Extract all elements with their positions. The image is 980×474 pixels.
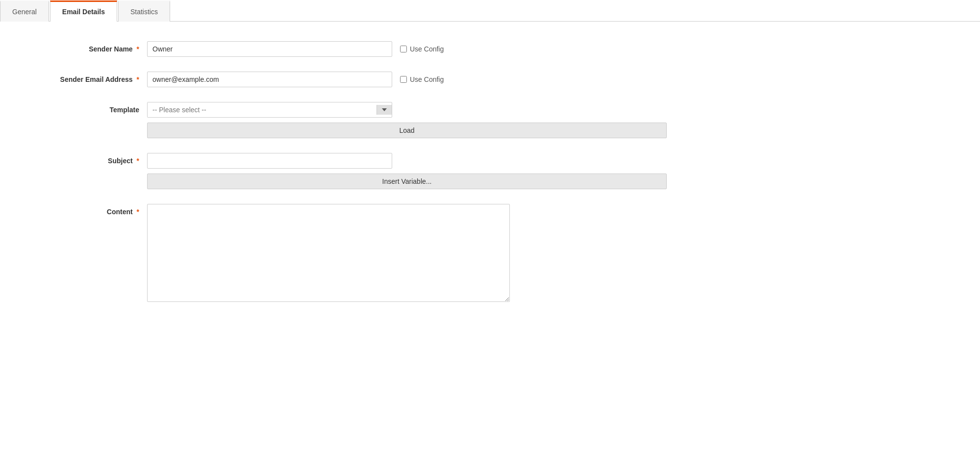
subject-required: * — [137, 157, 139, 165]
sender-name-use-config-checkbox[interactable] — [400, 46, 407, 52]
content-required: * — [137, 208, 139, 216]
subject-input-area: Insert Variable... — [147, 153, 667, 189]
template-dropdown-button[interactable] — [377, 105, 392, 115]
insert-variable-button[interactable]: Insert Variable... — [147, 174, 667, 189]
template-row: Template -- Please select -- Load — [20, 102, 667, 138]
sender-email-use-config-label[interactable]: Use Config — [400, 75, 444, 83]
tab-statistics[interactable]: Statistics — [118, 0, 170, 22]
form-container: Sender Name * Use Config Sender Email Ad… — [0, 36, 686, 322]
sender-name-label: Sender Name * — [20, 41, 147, 53]
sender-email-input-row: Use Config — [147, 72, 667, 87]
template-input-row: -- Please select -- — [147, 102, 667, 118]
sender-name-input-area: Use Config — [147, 41, 667, 57]
content-label: Content * — [20, 204, 147, 216]
tab-general[interactable]: General — [0, 0, 49, 22]
sender-email-row: Sender Email Address * Use Config — [20, 72, 667, 87]
sender-name-required: * — [137, 45, 139, 53]
sender-name-input[interactable] — [147, 41, 392, 57]
load-button[interactable]: Load — [147, 123, 667, 138]
content-textarea[interactable] — [147, 204, 510, 302]
sender-email-input[interactable] — [147, 72, 392, 87]
sender-name-use-config-label[interactable]: Use Config — [400, 45, 444, 53]
chevron-down-icon — [382, 108, 387, 111]
sender-email-input-area: Use Config — [147, 72, 667, 87]
template-label: Template — [20, 102, 147, 114]
template-select-wrapper[interactable]: -- Please select -- — [147, 102, 392, 118]
sender-email-required: * — [137, 75, 139, 83]
sender-email-label: Sender Email Address * — [20, 72, 147, 83]
template-input-area: -- Please select -- Load — [147, 102, 667, 138]
sender-name-input-row: Use Config — [147, 41, 667, 57]
content-input-area — [147, 204, 667, 302]
content-row: Content * — [20, 204, 667, 302]
subject-row: Subject * Insert Variable... — [20, 153, 667, 189]
subject-input-row — [147, 153, 667, 169]
subject-input[interactable] — [147, 153, 392, 169]
tab-email-details[interactable]: Email Details — [50, 0, 117, 22]
tab-bar: General Email Details Statistics — [0, 0, 980, 22]
subject-label: Subject * — [20, 153, 147, 165]
sender-name-row: Sender Name * Use Config — [20, 41, 667, 57]
sender-email-use-config-checkbox[interactable] — [400, 76, 407, 83]
template-select-text: -- Please select -- — [148, 102, 377, 117]
